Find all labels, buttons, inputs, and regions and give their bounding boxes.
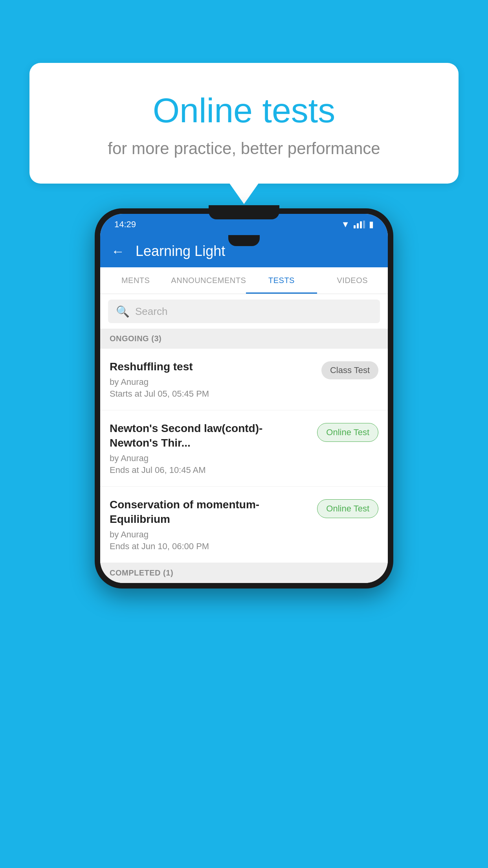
test-date-1: Starts at Jul 05, 05:45 PM — [110, 389, 315, 399]
test-date-3: Ends at Jun 10, 06:00 PM — [110, 541, 311, 552]
ongoing-section-title: ONGOING (3) — [110, 334, 161, 343]
test-date-2: Ends at Jul 06, 10:45 AM — [110, 465, 311, 475]
signal-icon — [354, 221, 365, 228]
test-list: Reshuffling test by Anurag Starts at Jul… — [100, 349, 388, 563]
test-by-1: by Anurag — [110, 377, 315, 387]
search-icon: 🔍 — [116, 305, 130, 318]
test-name-1: Reshuffling test — [110, 360, 315, 374]
phone-screen: 14:29 ▼ ▮ ← Learning Light — [100, 214, 388, 583]
test-badge-2: Online Test — [317, 423, 378, 442]
wifi-icon: ▼ — [341, 219, 350, 230]
test-badge-1: Class Test — [321, 361, 378, 379]
test-item-newton[interactable]: Newton's Second law(contd)-Newton's Thir… — [100, 410, 388, 487]
phone-mockup: 14:29 ▼ ▮ ← Learning Light — [95, 208, 393, 588]
test-name-3: Conservation of momentum-Equilibrium — [110, 498, 311, 526]
status-time: 14:29 — [114, 219, 136, 230]
test-name-2: Newton's Second law(contd)-Newton's Thir… — [110, 421, 311, 450]
completed-section-header: COMPLETED (1) — [100, 563, 388, 583]
tab-tests[interactable]: TESTS — [246, 267, 317, 294]
test-by-2: by Anurag — [110, 453, 311, 463]
search-bar[interactable]: 🔍 Search — [108, 300, 380, 323]
test-item-reshuffling[interactable]: Reshuffling test by Anurag Starts at Jul… — [100, 349, 388, 410]
search-container: 🔍 Search — [100, 294, 388, 329]
tab-videos[interactable]: VIDEOS — [317, 267, 388, 294]
battery-icon: ▮ — [369, 219, 374, 230]
test-item-conservation[interactable]: Conservation of momentum-Equilibrium by … — [100, 487, 388, 563]
test-info-3: Conservation of momentum-Equilibrium by … — [110, 498, 311, 552]
camera-notch — [228, 235, 260, 246]
tab-ments[interactable]: MENTS — [100, 267, 171, 294]
completed-section-title: COMPLETED (1) — [110, 568, 173, 577]
status-icons: ▼ ▮ — [341, 219, 374, 230]
tab-announcements[interactable]: ANNOUNCEMENTS — [171, 267, 246, 294]
test-info-2: Newton's Second law(contd)-Newton's Thir… — [110, 421, 311, 475]
test-badge-3: Online Test — [317, 499, 378, 518]
status-bar: 14:29 ▼ ▮ — [100, 214, 388, 235]
search-input[interactable]: Search — [135, 305, 167, 318]
phone-frame: 14:29 ▼ ▮ ← Learning Light — [95, 208, 393, 588]
speech-bubble-container: Online tests for more practice, better p… — [29, 63, 459, 184]
bubble-subtitle: for more practice, better performance — [53, 139, 435, 158]
app-title: Learning Light — [136, 243, 225, 259]
ongoing-section-header: ONGOING (3) — [100, 329, 388, 349]
bubble-title: Online tests — [53, 90, 435, 131]
test-by-3: by Anurag — [110, 530, 311, 540]
test-info-1: Reshuffling test by Anurag Starts at Jul… — [110, 360, 315, 399]
speech-bubble: Online tests for more practice, better p… — [29, 63, 459, 184]
tab-bar: MENTS ANNOUNCEMENTS TESTS VIDEOS — [100, 267, 388, 294]
back-button[interactable]: ← — [111, 244, 125, 259]
